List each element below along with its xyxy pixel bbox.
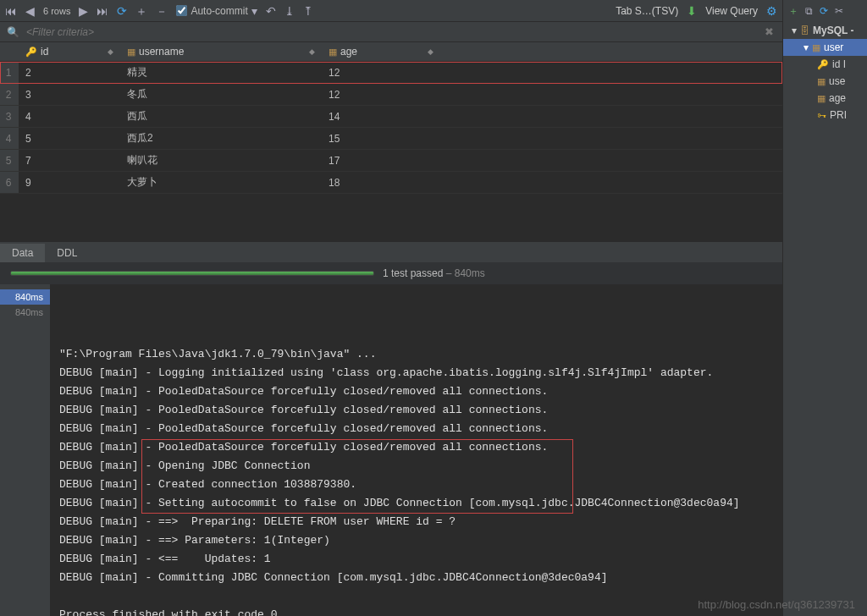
cell-age[interactable]: 14 — [322, 106, 440, 127]
copy-icon[interactable]: ⧉ — [805, 5, 813, 17]
table-toolbar: ⏮ ◀ 6 rows ▶ ⏭ ⟳ ＋ － Auto-commit ▾ ↶ ⤓ ⤒… — [0, 0, 782, 22]
key-icon: 🔑 — [817, 59, 829, 70]
test-status-bar: 1 test passed – 840ms — [0, 262, 782, 284]
cell-age[interactable]: 18 — [322, 172, 440, 193]
cell-username[interactable]: 西瓜2 — [120, 128, 322, 149]
cell-id[interactable]: 3 — [19, 84, 120, 105]
cell-id[interactable]: 4 — [19, 106, 120, 127]
cell-age[interactable]: 12 — [322, 84, 440, 105]
column-node[interactable]: 🔑 id I — [783, 56, 867, 73]
console-output[interactable]: "F:\Program Files\Java\jdk1.7.0_79\bin\j… — [51, 284, 782, 616]
download-icon[interactable]: ⬇ — [687, 5, 697, 17]
column-node[interactable]: ▦ age — [783, 90, 867, 107]
row-number: 2 — [0, 84, 19, 105]
table-row[interactable]: 57喇叭花17 — [0, 150, 782, 172]
result-grid: 🔑 id ◆ ▦ username ◆ ▦ age ◆ 12精灵1223冬瓜12… — [0, 42, 782, 194]
cell-age[interactable]: 17 — [322, 150, 440, 171]
test-time: 840ms — [455, 267, 485, 279]
cell-id[interactable]: 7 — [19, 150, 120, 171]
console-line: DEBUG [main] - PooledDataSource forceful… — [59, 401, 774, 420]
sort-icon[interactable]: ◆ — [428, 47, 434, 56]
cell-username[interactable]: 喇叭花 — [120, 150, 322, 171]
view-query-button[interactable]: View Query — [705, 5, 758, 17]
table-row[interactable]: 69大萝卜18 — [0, 172, 782, 194]
console-line: DEBUG [main] - PooledDataSource forceful… — [59, 382, 774, 401]
console-line: DEBUG [main] - ==> Parameters: 1(Integer… — [59, 531, 774, 550]
column-header-id[interactable]: 🔑 id ◆ — [19, 42, 120, 61]
revert-icon[interactable]: ↶ — [266, 5, 276, 17]
tab-ddl[interactable]: DDL — [45, 244, 89, 262]
column-header-username[interactable]: ▦ username ◆ — [120, 42, 322, 61]
column-icon: ▦ — [817, 93, 826, 104]
table-row[interactable]: 45西瓜215 — [0, 128, 782, 150]
console-line: Process finished with exit code 0 — [59, 606, 774, 616]
console-line — [59, 587, 774, 606]
cell-username[interactable]: 大萝卜 — [120, 172, 322, 193]
datasource-node[interactable]: ▾ 🗄 MySQL - — [783, 22, 867, 39]
refresh-icon[interactable]: ⟳ — [117, 5, 127, 17]
search-icon: 🔍 — [7, 26, 19, 38]
watermark: http://blog.csdn.net/q361239731 — [698, 598, 855, 611]
chevron-down-icon: ▾ — [251, 5, 257, 17]
database-tree: ＋ ⧉ ⟳ ✂ ▾ 🗄 MySQL - ▾ ▦ user 🔑 id I ▦ us… — [782, 0, 867, 616]
key-icon: 🔑 — [25, 47, 37, 58]
row-number: 4 — [0, 128, 19, 149]
next-page-icon[interactable]: ▶ — [79, 5, 88, 17]
stop-icon[interactable]: ✂ — [835, 5, 843, 17]
table-row[interactable]: 23冬瓜12 — [0, 84, 782, 106]
auto-commit-toggle[interactable]: Auto-commit ▾ — [176, 5, 257, 17]
time-gutter: 840ms 840ms — [0, 284, 51, 616]
console-line: DEBUG [main] - PooledDataSource forceful… — [59, 420, 774, 438]
console-line: "F:\Program Files\Java\jdk1.7.0_79\bin\j… — [59, 345, 774, 364]
column-header-age[interactable]: ▦ age ◆ — [322, 42, 440, 61]
row-number: 6 — [0, 172, 19, 193]
import-icon[interactable]: ⤒ — [303, 5, 313, 17]
console-line: DEBUG [main] - PooledDataSource forceful… — [59, 438, 774, 457]
cell-id[interactable]: 9 — [19, 172, 120, 193]
database-icon: 🗄 — [800, 25, 809, 36]
console-line: DEBUG [main] - ==> Preparing: DELETE FRO… — [59, 513, 774, 531]
tab-data[interactable]: Data — [0, 244, 45, 262]
prev-page-icon[interactable]: ◀ — [25, 5, 35, 17]
tab-separator-label[interactable]: Tab S…(TSV) — [616, 5, 678, 17]
chevron-down-icon: ▾ — [792, 25, 797, 36]
filter-input[interactable] — [26, 26, 776, 38]
sort-icon[interactable]: ◆ — [309, 47, 315, 56]
row-number: 1 — [0, 62, 19, 83]
refresh-icon[interactable]: ⟳ — [820, 5, 828, 17]
gutter-time: 840ms — [0, 289, 50, 305]
console-line: DEBUG [main] - <== Updates: 1 — [59, 550, 774, 569]
row-number-header — [0, 42, 19, 61]
sort-icon[interactable]: ◆ — [108, 47, 113, 56]
db-toolbar: ＋ ⧉ ⟳ ✂ — [783, 0, 867, 22]
clear-filter-icon[interactable]: ✖ — [765, 25, 774, 38]
cell-id[interactable]: 2 — [19, 62, 120, 83]
table-row[interactable]: 12精灵12 — [0, 62, 782, 84]
key-node[interactable]: 🗝 PRI — [783, 107, 867, 124]
table-node-user[interactable]: ▾ ▦ user — [783, 39, 867, 56]
table-row[interactable]: 34西瓜14 — [0, 106, 782, 128]
row-number: 5 — [0, 150, 19, 171]
column-icon: ▦ — [329, 47, 337, 58]
cell-id[interactable]: 5 — [19, 128, 120, 149]
rows-label: 6 rows — [43, 6, 70, 16]
gear-icon[interactable]: ⚙ — [766, 5, 777, 17]
filter-bar: 🔍 ✖ — [0, 22, 782, 42]
remove-row-icon[interactable]: － — [156, 5, 168, 17]
console-line: DEBUG [main] - Committing JDBC Connectio… — [59, 569, 774, 587]
console-line: DEBUG [main] - Created connection 103887… — [59, 476, 774, 494]
column-node[interactable]: ▦ use — [783, 73, 867, 90]
export-icon[interactable]: ⤓ — [284, 5, 295, 17]
first-page-icon[interactable]: ⏮ — [5, 5, 17, 17]
last-page-icon[interactable]: ⏭ — [97, 5, 108, 17]
bottom-tabs: Data DDL — [0, 242, 782, 262]
add-icon[interactable]: ＋ — [788, 4, 798, 19]
add-row-icon[interactable]: ＋ — [135, 5, 147, 17]
test-progress-bar — [10, 271, 374, 276]
cell-username[interactable]: 西瓜 — [120, 106, 322, 127]
cell-age[interactable]: 12 — [322, 62, 440, 83]
cell-username[interactable]: 冬瓜 — [120, 84, 322, 105]
cell-username[interactable]: 精灵 — [120, 62, 322, 83]
console-line: DEBUG [main] - Opening JDBC Connection — [59, 457, 774, 476]
cell-age[interactable]: 15 — [322, 128, 440, 149]
